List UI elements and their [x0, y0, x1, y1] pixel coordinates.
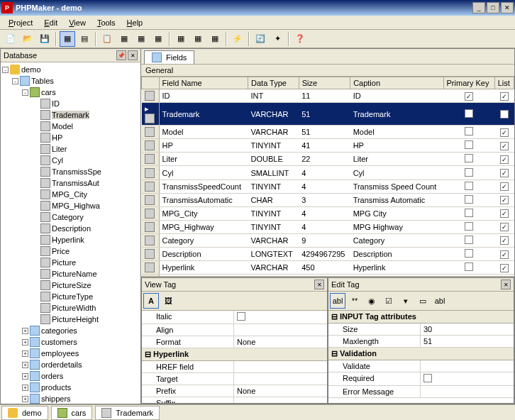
prop-row[interactable]: Validate	[328, 360, 514, 372]
edit-tag-close[interactable]: ✕	[501, 280, 511, 289]
maximize-button[interactable]: □	[487, 2, 499, 13]
open-button[interactable]: 📂	[20, 31, 35, 47]
tree-field-transmissspe[interactable]: TransmissSpe	[2, 166, 139, 177]
db-button[interactable]: ▦	[60, 31, 75, 47]
pk-checkbox[interactable]	[465, 182, 473, 190]
tree-field-picture[interactable]: Picture	[2, 257, 139, 268]
pk-checkbox[interactable]	[465, 154, 473, 162]
close-button[interactable]: ✕	[501, 2, 514, 13]
table-row[interactable]: IDINT11ID✓✓	[142, 89, 514, 103]
prop-group-validation[interactable]: ⊟ Validation	[328, 348, 514, 360]
list-checkbox[interactable]: ✓	[500, 142, 509, 150]
list-checkbox[interactable]: ✓	[500, 236, 509, 245]
tool6-button[interactable]: ▦	[190, 31, 206, 47]
table-row[interactable]: HPTINYINT41HP✓	[142, 139, 514, 153]
list-checkbox[interactable]: ✓	[500, 209, 509, 218]
status-field[interactable]: Trademark	[95, 406, 160, 420]
php-button[interactable]: ▤	[77, 31, 92, 47]
tree-field-id[interactable]: ID	[2, 98, 139, 109]
pk-checkbox[interactable]	[465, 222, 473, 231]
tree-field-price[interactable]: Price	[2, 245, 139, 257]
tree-field-model[interactable]: Model	[2, 121, 139, 132]
tree-field-picturesize[interactable]: PictureSize	[2, 280, 139, 291]
pane-close-button[interactable]: ✕	[128, 50, 138, 60]
edit-tag-file-button[interactable]: abl	[432, 293, 448, 309]
tool7-button[interactable]: ▦	[207, 31, 223, 47]
list-checkbox[interactable]: ✓	[500, 155, 509, 164]
pane-pin-button[interactable]: 📌	[116, 50, 126, 60]
tree-table-shippers[interactable]: +shippers	[2, 393, 139, 404]
status-db[interactable]: demo	[1, 406, 48, 420]
grid-header[interactable]: Size	[299, 77, 350, 89]
pk-checkbox[interactable]	[465, 168, 473, 177]
sync-button[interactable]: 🔄	[253, 31, 268, 47]
tree-table-customers[interactable]: +customers	[2, 336, 139, 348]
table-row[interactable]: MPG_HighwayTINYINT4MPG Highway✓	[142, 220, 514, 233]
pk-checkbox[interactable]	[465, 209, 473, 217]
table-row[interactable]: CategoryVARCHAR9Category✓	[142, 233, 514, 247]
tree-field-hp[interactable]: HP	[2, 132, 139, 143]
tree-field-picturename[interactable]: PictureName	[2, 268, 139, 280]
list-checkbox[interactable]: ✓	[500, 92, 509, 101]
list-checkbox[interactable]: ✓	[500, 182, 509, 191]
edit-tag-text-button[interactable]: abl	[330, 293, 345, 309]
required-checkbox[interactable]	[423, 374, 432, 382]
tree-field-description[interactable]: Description	[2, 223, 139, 234]
table-row[interactable]: ▸TrademarkVARCHAR51Trademark✓	[142, 103, 514, 126]
tree-field-mpg_city[interactable]: MPG_City	[2, 189, 139, 200]
pk-checkbox[interactable]	[465, 262, 473, 271]
view-tag-image-button[interactable]: 🖼	[160, 293, 176, 309]
edit-tag-check-button[interactable]: ☑	[381, 293, 397, 309]
pk-checkbox[interactable]	[465, 140, 473, 149]
grid-header[interactable]: Data Type	[248, 77, 299, 89]
table-row[interactable]: CylSMALLINT4Cyl✓	[142, 166, 514, 179]
prop-row[interactable]: Error Message	[328, 386, 514, 398]
prop-row[interactable]: HREF field	[142, 361, 327, 373]
tool5-button[interactable]: ▦	[173, 31, 189, 47]
menu-tools[interactable]: Tools	[92, 17, 121, 28]
table-row[interactable]: PriceDOUBLE22Price✓	[142, 275, 514, 276]
edit-tag-select-button[interactable]: ▾	[398, 293, 414, 309]
menu-edit[interactable]: Edit	[38, 17, 63, 28]
tree-field-picturetype[interactable]: PictureType	[2, 291, 139, 302]
pk-checkbox[interactable]: ✓	[465, 92, 473, 101]
database-tree[interactable]: -demo-Tables-carsIDTrademarkModelHPLiter…	[1, 62, 140, 404]
pk-checkbox[interactable]	[465, 195, 473, 204]
table-row[interactable]: TransmissSpeedCountTINYINT4Transmiss Spe…	[142, 179, 514, 193]
list-checkbox[interactable]: ✓	[500, 128, 509, 137]
menu-view[interactable]: View	[63, 17, 92, 28]
fields-grid[interactable]: Field NameData TypeSizeCaptionPrimary Ke…	[141, 77, 514, 276]
menu-project[interactable]: PProjectroject	[3, 17, 38, 28]
pk-checkbox[interactable]	[465, 127, 473, 136]
table-row[interactable]: ModelVARCHAR51Model✓	[142, 126, 514, 139]
pk-checkbox[interactable]	[465, 249, 473, 258]
tree-field-liter[interactable]: Liter	[2, 143, 139, 155]
tree-field-hyperlink[interactable]: Hyperlink	[2, 234, 139, 245]
tool1-button[interactable]: 📋	[99, 31, 115, 47]
tree-field-transmissaut[interactable]: TransmissAut	[2, 177, 139, 189]
tab-fields[interactable]: Fields	[144, 50, 194, 64]
menu-help[interactable]: Help	[121, 17, 149, 28]
tree-tables[interactable]: -Tables	[2, 75, 139, 87]
tool3-button[interactable]: ▦	[133, 31, 149, 47]
tree-field-pictureheight[interactable]: PictureHeight	[2, 314, 139, 325]
tree-table-employees[interactable]: +employees	[2, 348, 139, 359]
tree-root[interactable]: -demo	[2, 64, 139, 75]
prop-row[interactable]: Align	[142, 324, 327, 336]
help-button[interactable]: ❓	[292, 31, 308, 47]
list-checkbox[interactable]: ✓	[500, 264, 509, 272]
grid-header[interactable]: List	[494, 77, 514, 89]
minimize-button[interactable]: _	[472, 2, 485, 13]
list-checkbox[interactable]: ✓	[500, 169, 509, 177]
tree-field-picturewidth[interactable]: PictureWidth	[2, 302, 139, 314]
grid-header[interactable]: Field Name	[159, 77, 248, 89]
new-button[interactable]: 📄	[3, 31, 18, 47]
edit-tag-radio-button[interactable]: ◉	[364, 293, 380, 309]
table-row[interactable]: DescriptionLONGTEXT4294967295Description…	[142, 248, 514, 261]
prop-group-input[interactable]: ⊟ INPUT Tag attributes	[328, 311, 514, 324]
tool4-button[interactable]: ▦	[150, 31, 166, 47]
view-tag-close[interactable]: ✕	[314, 280, 324, 289]
tree-table-products[interactable]: +products	[2, 382, 139, 393]
edit-tag-pwd-button[interactable]: **	[347, 293, 362, 309]
prop-row[interactable]: Suffix	[142, 397, 327, 403]
